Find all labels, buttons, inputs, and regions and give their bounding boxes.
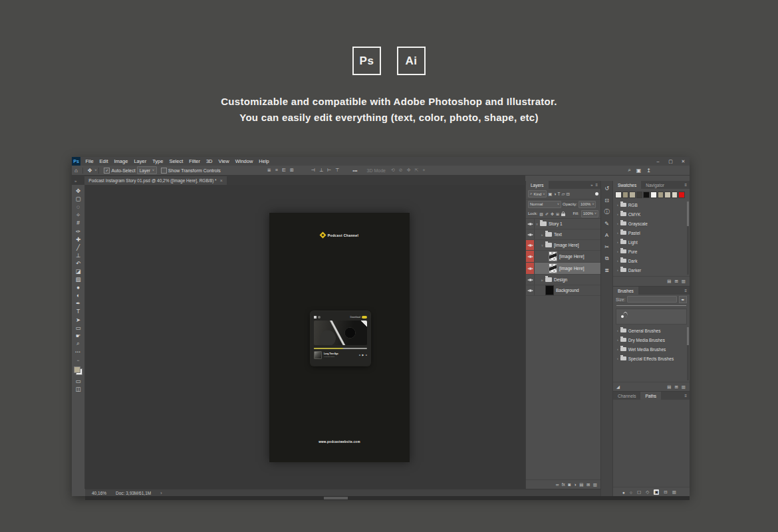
tab-close-icon[interactable]: × bbox=[220, 178, 223, 183]
menu-item[interactable]: Edit bbox=[96, 157, 111, 166]
expand-arrow-icon[interactable]: › bbox=[617, 240, 618, 244]
screen-mode-icon[interactable]: ◫ bbox=[73, 385, 84, 393]
brush-group-row[interactable]: › Dry Media Brushes bbox=[613, 335, 690, 344]
brush-group-row[interactable]: › Special Effects Brushes bbox=[613, 354, 690, 363]
layer-row[interactable]: [Image Here] bbox=[526, 263, 600, 275]
panel-menu-icon[interactable]: ≡ bbox=[595, 183, 598, 187]
quick-mask-icon[interactable]: ▭ bbox=[73, 377, 84, 385]
layer-row[interactable]: ▹ Text bbox=[526, 229, 600, 240]
type-tool[interactable]: T bbox=[73, 307, 84, 315]
filter-type-icon[interactable]: T bbox=[557, 192, 560, 196]
tab-paths[interactable]: Paths bbox=[640, 392, 661, 400]
filter-smart-object-icon[interactable]: ⊡ bbox=[566, 192, 569, 197]
swatch-group-row[interactable]: › Light bbox=[613, 237, 690, 247]
menu-item[interactable]: File bbox=[82, 157, 96, 166]
link-layers-icon[interactable]: ∞ bbox=[556, 482, 559, 487]
swatch-group-row[interactable]: › Darker bbox=[613, 265, 690, 275]
collapse-chevrons-icon[interactable]: » bbox=[72, 179, 79, 185]
expand-arrow-icon[interactable]: ▹ bbox=[540, 278, 545, 282]
filter-kind-dropdown[interactable]: › ⌕ Kind ˅ bbox=[528, 190, 547, 198]
visibility-eye-icon[interactable] bbox=[526, 285, 535, 295]
menu-item[interactable]: Select bbox=[166, 157, 186, 166]
crop-tool[interactable]: # bbox=[73, 219, 84, 227]
layer-row[interactable]: Background bbox=[526, 285, 600, 296]
distribute-left-icon[interactable]: ⊣ bbox=[311, 168, 315, 173]
eyedropper-tool[interactable]: ✑ bbox=[73, 227, 84, 235]
distribute-bottom-icon[interactable]: ⊥ bbox=[319, 168, 323, 173]
close-button[interactable]: ✕ bbox=[677, 157, 690, 166]
new-swatch-group-icon[interactable]: ▤ bbox=[667, 279, 671, 284]
expand-arrow-icon[interactable]: ▹ bbox=[540, 233, 545, 237]
scrollbar[interactable] bbox=[687, 201, 689, 275]
blur-tool[interactable]: ● bbox=[73, 283, 84, 291]
filter-pixel-icon[interactable]: ▣ bbox=[548, 192, 552, 197]
expand-arrow-icon[interactable]: › bbox=[617, 338, 618, 342]
blend-mode-dropdown[interactable]: Normal ˅ bbox=[528, 201, 561, 208]
shape-tool[interactable]: ▭ bbox=[73, 324, 84, 332]
tab-channels[interactable]: Channels bbox=[613, 392, 640, 400]
color-swatch[interactable] bbox=[664, 192, 671, 198]
opacity-dropdown[interactable]: 100% ˅ bbox=[579, 201, 596, 208]
foreground-color-chip[interactable] bbox=[74, 366, 80, 373]
layer-comps-icon[interactable]: ≣ bbox=[602, 267, 611, 274]
mask-from-path-icon[interactable]: ◇ bbox=[646, 489, 649, 495]
filter-adjustment-icon[interactable]: ◑ bbox=[553, 192, 556, 196]
brush-tool[interactable]: ╱ bbox=[73, 243, 84, 251]
new-group-icon[interactable]: ▤ bbox=[579, 482, 583, 487]
search-icon[interactable]: ⌕ bbox=[628, 167, 630, 174]
status-menu-arrow-icon[interactable]: › bbox=[160, 491, 162, 495]
minimize-button[interactable]: – bbox=[652, 157, 664, 166]
expand-arrow-icon[interactable]: › bbox=[617, 221, 618, 225]
filter-shape-icon[interactable]: ▱ bbox=[561, 192, 565, 197]
size-slider[interactable] bbox=[616, 305, 686, 306]
home-icon[interactable]: ⌂ bbox=[72, 168, 80, 174]
layer-row[interactable]: ▿ [Image Here] bbox=[526, 240, 600, 251]
collapse-chevrons-icon[interactable]: » bbox=[590, 183, 592, 187]
color-swatch[interactable] bbox=[629, 192, 636, 198]
more-options-icon[interactable]: ••• bbox=[352, 168, 357, 173]
delete-brush-icon[interactable]: ▥ bbox=[682, 384, 686, 390]
history-icon[interactable]: ↺ bbox=[602, 185, 611, 192]
expand-arrow-icon[interactable]: ▿ bbox=[540, 243, 545, 247]
panel-menu-icon[interactable]: ≡ bbox=[684, 394, 687, 398]
swatch-group-row[interactable]: › Pastel bbox=[613, 228, 690, 237]
expand-arrow-icon[interactable]: › bbox=[617, 329, 618, 332]
history-brush-tool[interactable]: ↶ bbox=[73, 259, 84, 267]
expand-arrow-icon[interactable]: › bbox=[617, 212, 618, 216]
visibility-eye-icon[interactable] bbox=[526, 219, 535, 229]
more-tools-icon[interactable]: ••• bbox=[73, 348, 84, 356]
align-center-icon[interactable]: ≡ bbox=[275, 168, 278, 173]
color-swatches-widget[interactable] bbox=[74, 366, 82, 375]
new-brush-icon[interactable]: ⊞ bbox=[674, 384, 678, 390]
delete-path-icon[interactable]: ▥ bbox=[672, 489, 676, 495]
filter-toggle[interactable] bbox=[595, 192, 598, 196]
expand-arrow-icon[interactable]: › bbox=[617, 203, 618, 207]
brush-group-row[interactable]: › Wet Media Brushes bbox=[613, 344, 690, 354]
delete-swatch-icon[interactable]: ▥ bbox=[682, 279, 686, 284]
gradient-tool[interactable]: ▧ bbox=[73, 275, 84, 283]
zoom-tool[interactable]: ⌕ bbox=[73, 340, 84, 348]
quick-selection-tool[interactable]: ✧ bbox=[73, 211, 84, 219]
path-selection-tool[interactable]: ➤ bbox=[73, 316, 84, 324]
expand-arrow-icon[interactable]: › bbox=[617, 356, 618, 360]
swatch-group-row[interactable]: › Pure bbox=[613, 247, 690, 256]
artboard[interactable]: Podcast Channel Download Long Time A bbox=[269, 213, 410, 462]
visibility-eye-icon[interactable] bbox=[526, 263, 535, 274]
menu-item[interactable]: Help bbox=[256, 157, 272, 166]
hand-tool[interactable]: ☛ bbox=[73, 332, 84, 340]
stroke-path-icon[interactable]: ○ bbox=[630, 490, 632, 495]
color-swatch[interactable] bbox=[672, 192, 678, 198]
distribute-right-icon[interactable]: ⊢ bbox=[327, 168, 331, 173]
layer-mask-icon[interactable]: ◙ bbox=[568, 482, 571, 487]
lock-position-icon[interactable]: ✥ bbox=[551, 211, 554, 216]
layer-row[interactable]: [Image Here] bbox=[526, 251, 600, 263]
tab-navigator[interactable]: Navigator bbox=[641, 181, 669, 189]
new-swatch-icon[interactable]: ⊞ bbox=[674, 279, 678, 284]
brush-group-row[interactable]: › General Brushes bbox=[613, 326, 690, 335]
align-edges-icon[interactable]: ⊞ bbox=[290, 168, 294, 173]
zoom-level[interactable]: 40,16% bbox=[92, 491, 106, 495]
shape-from-path-icon[interactable]: ▣ bbox=[654, 489, 659, 495]
eraser-tool[interactable]: ◪ bbox=[73, 267, 84, 275]
auto-select-target-dropdown[interactable]: Layer ˅ bbox=[137, 166, 157, 174]
expand-arrow-icon[interactable]: › bbox=[617, 259, 618, 263]
